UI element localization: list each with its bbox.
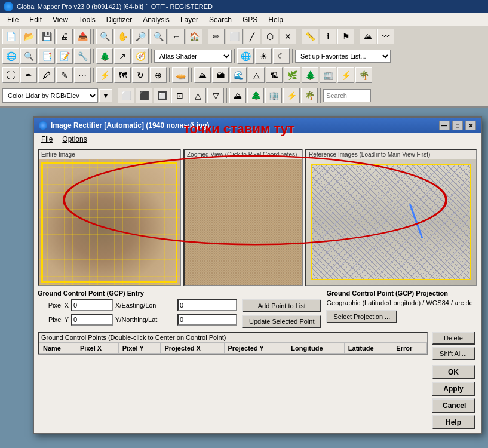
dialog-menu-options[interactable]: Options <box>59 134 90 144</box>
lidar-combo[interactable]: Color Lidar by RGB/Elev <box>2 88 98 103</box>
ok-btn[interactable]: OK <box>432 365 475 379</box>
help-btn[interactable]: Help <box>432 415 475 429</box>
update-point-btn[interactable]: Update Selected Point <box>242 315 321 328</box>
pan-btn[interactable]: ✋ <box>114 29 131 44</box>
delete-btn[interactable]: Delete <box>432 332 475 345</box>
menu-file[interactable]: File <box>2 14 23 25</box>
menu-help[interactable]: Help <box>263 14 288 25</box>
measure-btn[interactable]: 📏 <box>302 29 318 44</box>
tool2-btn[interactable]: 🔧 <box>74 48 91 64</box>
cross-btn[interactable]: ✕ <box>280 29 296 44</box>
lidar-btn9[interactable]: 🏢 <box>265 88 282 103</box>
menu-edit[interactable]: Edit <box>24 14 47 25</box>
menu-search[interactable]: Search <box>204 14 237 25</box>
r3-btn9[interactable]: ⊕ <box>150 67 167 83</box>
flag-btn[interactable]: ⚑ <box>337 29 354 44</box>
menu-tools[interactable]: Tools <box>74 14 100 25</box>
r3-btn1[interactable]: ⛶ <box>2 67 19 83</box>
layer-btn[interactable]: 📑 <box>38 48 55 64</box>
r3-btn3[interactable]: 🖍 <box>38 67 55 83</box>
r3-btn2[interactable]: ✒ <box>20 67 37 83</box>
r3-btn12[interactable]: 🏔 <box>212 67 229 83</box>
r3-btn6[interactable]: ⚡ <box>96 67 113 83</box>
r3-btn7[interactable]: 🗺 <box>114 67 131 83</box>
export-btn[interactable]: 📤 <box>74 29 91 44</box>
shift-all-btn[interactable]: Shift All... <box>432 347 475 360</box>
select-projection-btn[interactable]: Select Projection ... <box>326 310 397 323</box>
terrain-btn[interactable]: ⛰ <box>360 29 376 44</box>
close-btn[interactable]: ✕ <box>465 121 476 130</box>
r3-btn8[interactable]: ↻ <box>132 67 149 83</box>
menu-layer[interactable]: Layer <box>176 14 203 25</box>
r3-btn14[interactable]: △ <box>248 67 265 83</box>
cancel-btn[interactable]: Cancel <box>432 398 475 413</box>
r3-btn11[interactable]: ⛰ <box>194 67 211 83</box>
atlas-shader-combo[interactable]: Atlas Shader <box>154 50 232 63</box>
search-input[interactable] <box>323 89 371 102</box>
r3-btn13[interactable]: 🌊 <box>230 67 247 83</box>
lidar-btn5[interactable]: △ <box>189 88 206 103</box>
pencil-btn[interactable]: ✏ <box>208 29 225 44</box>
line-btn[interactable]: ╱ <box>244 29 260 44</box>
globe2-btn[interactable]: 🌐 <box>237 48 254 64</box>
minimize-btn[interactable]: — <box>439 121 450 130</box>
print-btn[interactable]: 🖨 <box>56 29 73 44</box>
poly-btn[interactable]: ⬡ <box>262 29 278 44</box>
pixel-x-input[interactable] <box>71 299 113 311</box>
home-btn[interactable]: 🏠 <box>186 29 202 44</box>
globe-btn[interactable]: 🌐 <box>2 48 19 64</box>
maximize-btn[interactable]: □ <box>452 121 463 130</box>
filter-btn[interactable]: ▼ <box>99 89 112 102</box>
sun-btn[interactable]: ☀ <box>255 48 272 64</box>
favorites-combo[interactable]: Set up Favorites List... <box>295 50 391 63</box>
lidar-btn3[interactable]: 🔲 <box>154 88 170 103</box>
apply-btn[interactable]: Apply <box>432 382 475 396</box>
lidar-btn10[interactable]: ⚡ <box>283 88 300 103</box>
r3-btn10[interactable]: 🥧 <box>172 67 189 83</box>
r3-btn4[interactable]: ✎ <box>56 67 73 83</box>
zoom2-btn[interactable]: 🔍 <box>20 48 37 64</box>
entire-image-content[interactable] <box>39 159 180 285</box>
r3-btn15[interactable]: 🏗 <box>266 67 283 83</box>
gcp-table-scroll[interactable]: Name Pixel X Pixel Y Projected X Project… <box>39 343 427 354</box>
save-btn[interactable]: 💾 <box>38 29 55 44</box>
eraser-btn[interactable]: ⬜ <box>226 29 243 44</box>
x-easting-input[interactable] <box>177 299 237 311</box>
moon-btn[interactable]: ☾ <box>273 48 290 64</box>
dir-btn[interactable]: 🧭 <box>132 48 149 64</box>
lidar-btn7[interactable]: ⛰ <box>229 88 246 103</box>
r3-btn17[interactable]: 🌲 <box>302 67 318 83</box>
r3-btn5[interactable]: ⋯ <box>74 67 91 83</box>
zoomed-view-content[interactable] <box>185 159 302 285</box>
menu-gps[interactable]: GPS <box>238 14 262 25</box>
menu-view[interactable]: View <box>48 14 73 25</box>
zoom-out-btn[interactable]: 🔍 <box>150 29 167 44</box>
lidar-btn11[interactable]: 🌴 <box>301 88 318 103</box>
zoom-box-btn[interactable]: 🔍 <box>96 29 113 44</box>
pixel-y-input[interactable] <box>71 314 113 326</box>
info-btn[interactable]: ℹ <box>320 29 336 44</box>
lidar-btn1[interactable]: ⬜ <box>118 88 134 103</box>
lidar-btn8[interactable]: 🌲 <box>247 88 264 103</box>
lidar-btn4[interactable]: ⊡ <box>171 88 188 103</box>
zoom-in-btn[interactable]: 🔎 <box>132 29 149 44</box>
back-btn[interactable]: ← <box>168 29 185 44</box>
r3-btn18[interactable]: 🏢 <box>320 67 336 83</box>
menu-digitizer[interactable]: Digitizer <box>102 14 137 25</box>
route-btn[interactable]: ↗ <box>114 48 131 64</box>
open-btn[interactable]: 📂 <box>20 29 37 44</box>
contour-btn[interactable]: 〰 <box>377 29 394 44</box>
r3-btn20[interactable]: 🌴 <box>355 67 372 83</box>
zoomed-image-display[interactable] <box>185 159 302 285</box>
new-btn[interactable]: 📄 <box>2 29 19 44</box>
r3-btn19[interactable]: ⚡ <box>337 67 354 83</box>
lidar-btn2[interactable]: ⬛ <box>136 88 152 103</box>
dialog-menu-file[interactable]: File <box>38 134 56 144</box>
reference-image-display[interactable] <box>306 159 476 285</box>
add-point-btn[interactable]: Add Point to List <box>242 299 321 312</box>
r3-btn16[interactable]: 🌿 <box>284 67 300 83</box>
script-btn[interactable]: 📝 <box>56 48 73 64</box>
y-northing-input[interactable] <box>177 314 237 326</box>
reference-images-content[interactable] <box>306 159 476 285</box>
lidar-btn6[interactable]: ▽ <box>207 88 224 103</box>
